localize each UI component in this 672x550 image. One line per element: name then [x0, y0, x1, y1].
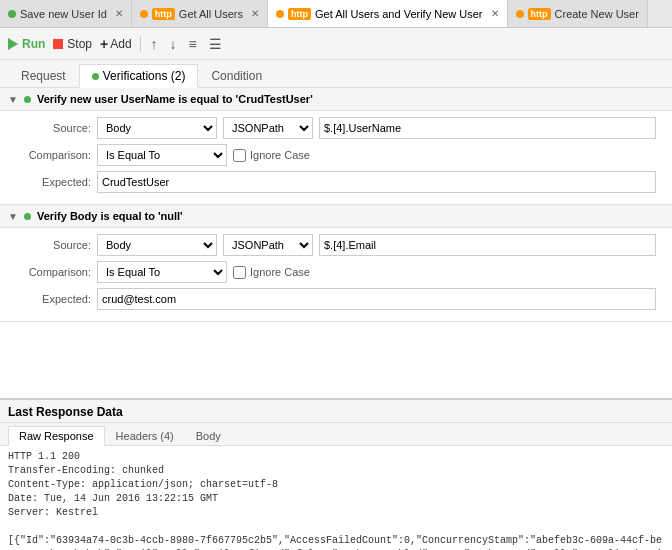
verification-2-header: ▼ Verify Body is equal to 'null' [0, 205, 672, 228]
tab-close-btn[interactable]: ✕ [251, 8, 259, 19]
tab-dot [276, 10, 284, 18]
comparison-label-2: Comparison: [16, 266, 91, 278]
tab-bar: Save new User Id ✕ http Get All Users ✕ … [0, 0, 672, 28]
expected-label-1: Expected: [16, 176, 91, 188]
tab-label: Save new User Id [20, 8, 107, 20]
run-label: Run [22, 37, 45, 51]
add-button[interactable]: + Add [100, 36, 132, 52]
jsonpath-input-1[interactable] [319, 117, 656, 139]
verification-1: ▼ Verify new user UserName is equal to '… [0, 88, 672, 205]
verifications-dot [92, 73, 99, 80]
extractor-select-2[interactable]: JSONPath Regex XPath [223, 234, 313, 256]
arrow-down-button[interactable]: ↓ [168, 36, 179, 52]
tab-condition-label: Condition [211, 69, 262, 83]
verification-2-body: Source: Body Header URL JSONPath Regex X… [0, 228, 672, 321]
http-badge: http [288, 8, 311, 20]
comparison-row-2: Comparison: Is Equal To Is Not Equal To … [16, 261, 656, 283]
list-icon-button[interactable]: ≡ [187, 36, 199, 52]
toolbar-separator [140, 36, 141, 52]
verify-status-dot-2 [24, 213, 31, 220]
tab-close-btn[interactable]: ✕ [491, 8, 499, 19]
collapse-arrow-2[interactable]: ▼ [8, 211, 18, 222]
source-row-1: Source: Body Header URL JSONPath Regex X… [16, 117, 656, 139]
tab-verifications-label: Verifications (2) [103, 69, 186, 83]
tab-request[interactable]: Request [8, 64, 79, 87]
source-row-2: Source: Body Header URL JSONPath Regex X… [16, 234, 656, 256]
stop-label: Stop [67, 37, 92, 51]
jsonpath-input-2[interactable] [319, 234, 656, 256]
stop-button[interactable]: Stop [53, 37, 92, 51]
comparison-select-2[interactable]: Is Equal To Is Not Equal To Contains [97, 261, 227, 283]
expected-row-1: Expected: [16, 171, 656, 193]
expected-row-2: Expected: [16, 288, 656, 310]
http-badge: http [152, 8, 175, 20]
play-icon [8, 38, 18, 50]
response-tab-body[interactable]: Body [185, 426, 232, 445]
list-icon2-button[interactable]: ☰ [207, 36, 224, 52]
verification-1-title: Verify new user UserName is equal to 'Cr… [37, 93, 313, 105]
response-section-title: Last Response Data [0, 400, 672, 423]
tab-label: Get All Users [179, 8, 243, 20]
expected-label-2: Expected: [16, 293, 91, 305]
toolbar: Run Stop + Add ↑ ↓ ≡ ☰ [0, 28, 672, 60]
verification-2-title: Verify Body is equal to 'null' [37, 210, 183, 222]
source-select-1[interactable]: Body Header URL [97, 117, 217, 139]
add-label: Add [110, 37, 131, 51]
tab-dot [140, 10, 148, 18]
source-label-1: Source: [16, 122, 91, 134]
response-tab-raw-label: Raw Response [19, 430, 94, 442]
comparison-row-1: Comparison: Is Equal To Is Not Equal To … [16, 144, 656, 166]
response-subtab-bar: Raw Response Headers (4) Body [0, 423, 672, 446]
arrow-up-button[interactable]: ↑ [149, 36, 160, 52]
collapse-arrow-1[interactable]: ▼ [8, 94, 18, 105]
source-label-2: Source: [16, 239, 91, 251]
http-badge: http [528, 8, 551, 20]
plus-icon: + [100, 36, 108, 52]
tab-close-btn[interactable]: ✕ [115, 8, 123, 19]
tab-condition[interactable]: Condition [198, 64, 275, 87]
ignore-case-row-1: Ignore Case [233, 149, 310, 162]
expected-input-1[interactable] [97, 171, 656, 193]
ignore-case-checkbox-2[interactable] [233, 266, 246, 279]
tab-label: Create New User [555, 8, 639, 20]
expected-input-2[interactable] [97, 288, 656, 310]
tab-create-new-user[interactable]: http Create New User [508, 0, 648, 27]
response-section: Last Response Data Raw Response Headers … [0, 398, 672, 550]
tab-label: Get All Users and Verify New User [315, 8, 483, 20]
ignore-case-label-1: Ignore Case [250, 149, 310, 161]
run-button[interactable]: Run [8, 37, 45, 51]
main-content: ▼ Verify new user UserName is equal to '… [0, 88, 672, 398]
tab-save-user-id[interactable]: Save new User Id ✕ [0, 0, 132, 27]
subtab-bar: Request Verifications (2) Condition [0, 60, 672, 88]
stop-icon [53, 39, 63, 49]
response-raw-content: HTTP 1.1 200 Transfer-Encoding: chunked … [0, 446, 672, 550]
response-tab-headers[interactable]: Headers (4) [105, 426, 185, 445]
verification-1-body: Source: Body Header URL JSONPath Regex X… [0, 111, 672, 204]
tab-get-all-users[interactable]: http Get All Users ✕ [132, 0, 268, 27]
tab-request-label: Request [21, 69, 66, 83]
ignore-case-label-2: Ignore Case [250, 266, 310, 278]
tab-dot [516, 10, 524, 18]
ignore-case-row-2: Ignore Case [233, 266, 310, 279]
response-raw-text: HTTP 1.1 200 Transfer-Encoding: chunked … [8, 450, 664, 550]
comparison-select-1[interactable]: Is Equal To Is Not Equal To Contains [97, 144, 227, 166]
tab-get-all-verify[interactable]: http Get All Users and Verify New User ✕ [268, 0, 508, 28]
verify-status-dot-1 [24, 96, 31, 103]
verification-2: ▼ Verify Body is equal to 'null' Source:… [0, 205, 672, 322]
extractor-select-1[interactable]: JSONPath Regex XPath [223, 117, 313, 139]
verification-1-header: ▼ Verify new user UserName is equal to '… [0, 88, 672, 111]
comparison-label-1: Comparison: [16, 149, 91, 161]
source-select-2[interactable]: Body Header URL [97, 234, 217, 256]
ignore-case-checkbox-1[interactable] [233, 149, 246, 162]
response-tab-headers-label: Headers (4) [116, 430, 174, 442]
tab-dot [8, 10, 16, 18]
response-tab-raw[interactable]: Raw Response [8, 426, 105, 446]
tab-verifications[interactable]: Verifications (2) [79, 64, 199, 88]
response-tab-body-label: Body [196, 430, 221, 442]
